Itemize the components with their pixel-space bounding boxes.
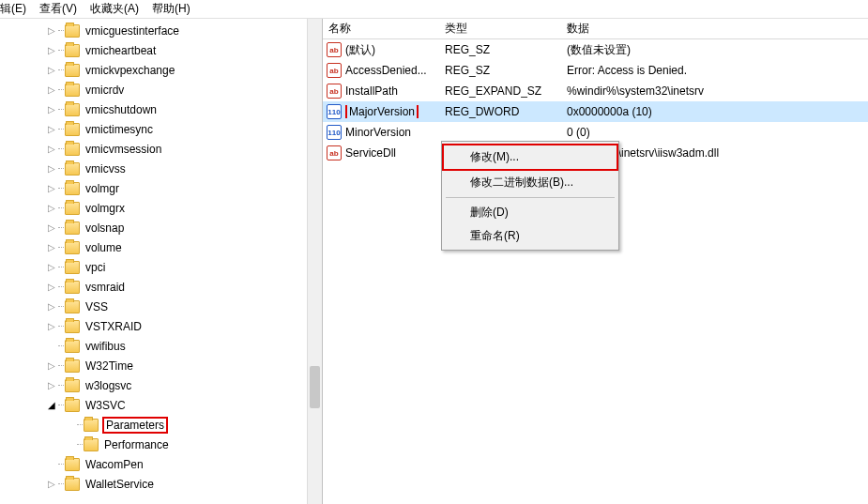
tree-item-label: volsnap <box>84 221 126 236</box>
tree-item-w32time[interactable]: ▷W32Time <box>0 356 322 375</box>
col-header-data[interactable]: 数据 <box>567 21 868 37</box>
menu-edit[interactable]: 辑(E) <box>0 1 26 17</box>
tree-item-label: vmickvpexchange <box>84 63 176 78</box>
tree-item-w3svc[interactable]: ◢W3SVC <box>0 395 322 415</box>
folder-icon <box>65 241 80 254</box>
expander-icon[interactable]: ▷ <box>45 24 58 38</box>
expander-icon[interactable]: ▷ <box>45 221 58 235</box>
tree-item-vmickvpexchange[interactable]: ▷vmickvpexchange <box>0 60 322 80</box>
menu-view[interactable]: 查看(V) <box>39 1 77 17</box>
tree-item-label: vmictimesync <box>84 122 155 137</box>
expander-icon[interactable]: ▷ <box>45 300 58 313</box>
tree-item-vmicguestinterface[interactable]: ▷vmicguestinterface <box>0 21 322 40</box>
tree-item-vwifibus[interactable]: vwifibus <box>0 336 322 356</box>
menu-item-modify-binary[interactable]: 修改二进制数据(B)... <box>444 171 617 194</box>
list-row[interactable]: abInstallPathREG_EXPAND_SZ%windir%\syste… <box>323 81 868 101</box>
tree-scrollbar[interactable] <box>307 19 322 504</box>
folder-icon <box>65 458 80 471</box>
menu-favorites[interactable]: 收藏夹(A) <box>90 1 139 17</box>
expander-icon[interactable]: ▷ <box>45 162 58 176</box>
tree-item-vstxraid[interactable]: ▷VSTXRAID <box>0 316 322 336</box>
tree-item-label: volume <box>84 240 124 255</box>
list-row[interactable]: 110MajorVersionREG_DWORD0x0000000a (10) <box>323 101 868 122</box>
tree-item-volmgrx[interactable]: ▷volmgrx <box>0 198 322 218</box>
folder-icon <box>65 202 80 215</box>
expander-icon[interactable]: ◢ <box>45 399 58 412</box>
folder-icon <box>65 24 80 38</box>
menu-item-modify[interactable]: 修改(M)... <box>442 144 618 171</box>
expander-icon[interactable]: ▷ <box>45 143 58 156</box>
tree-item-wacompen[interactable]: WacomPen <box>0 454 322 474</box>
list-pane: 名称 类型 数据 ab(默认)REG_SZ(数值未设置)abAccessDeni… <box>323 19 868 504</box>
folder-icon <box>84 419 99 432</box>
menubar: 辑(E) 查看(V) 收藏夹(A) 帮助(H) <box>0 0 868 19</box>
binary-value-icon: 110 <box>327 125 342 140</box>
tree-item-label: vmicvmsession <box>84 142 163 157</box>
expander-icon[interactable]: ▷ <box>45 44 58 57</box>
tree-item-volsnap[interactable]: ▷volsnap <box>0 218 322 237</box>
tree-item-label: vmicvss <box>84 161 128 176</box>
cell-name: MajorVersion <box>345 105 445 118</box>
menu-help[interactable]: 帮助(H) <box>152 1 190 17</box>
tree-item-label: Performance <box>102 437 171 452</box>
tree-item-label: W3SVC <box>84 398 128 413</box>
tree-item-label: vmicshutdown <box>84 102 159 117</box>
list-row[interactable]: 110MinorVersion0 (0) <box>323 122 868 143</box>
expander-icon[interactable]: ▷ <box>45 320 58 333</box>
tree-item-parameters[interactable]: Parameters <box>0 415 322 435</box>
string-value-icon: ab <box>327 63 342 78</box>
expander-icon[interactable]: ▷ <box>45 241 58 254</box>
expander-icon[interactable]: ▷ <box>45 359 58 373</box>
tree-item-vmicshutdown[interactable]: ▷vmicshutdown <box>0 99 322 119</box>
tree-item-vmicrdv[interactable]: ▷vmicrdv <box>0 80 322 99</box>
folder-icon <box>65 182 80 195</box>
list-row[interactable]: abAccessDenied...REG_SZError: Access is … <box>323 60 868 81</box>
tree-item-vsmraid[interactable]: ▷vsmraid <box>0 277 322 297</box>
tree-item-vss[interactable]: ▷VSS <box>0 297 322 316</box>
tree-item-volume[interactable]: ▷volume <box>0 237 322 257</box>
tree-item-w3logsvc[interactable]: ▷w3logsvc <box>0 375 322 395</box>
tree-item-label: VSS <box>84 299 110 314</box>
tree-item-vmicheartbeat[interactable]: ▷vmicheartbeat <box>0 40 322 60</box>
tree-item-label: vpci <box>84 260 107 275</box>
list-row[interactable]: ab(默认)REG_SZ(数值未设置) <box>323 39 868 60</box>
folder-icon <box>65 221 80 235</box>
folder-icon <box>65 300 80 313</box>
expander-icon[interactable]: ▷ <box>45 379 58 392</box>
menu-item-delete[interactable]: 删除(D) <box>444 201 617 224</box>
cell-name: (默认) <box>345 42 445 58</box>
string-value-icon: ab <box>327 42 342 57</box>
menu-item-rename[interactable]: 重命名(R) <box>444 224 617 248</box>
folder-icon <box>65 162 80 176</box>
tree-item-label: vmicrdv <box>84 83 126 98</box>
expander-icon[interactable]: ▷ <box>45 103 58 116</box>
cell-name: AccessDenied... <box>345 64 445 77</box>
string-value-icon: ab <box>327 145 342 160</box>
expander-icon[interactable]: ▷ <box>45 64 58 77</box>
col-header-type[interactable]: 类型 <box>445 21 567 37</box>
folder-icon <box>65 399 80 412</box>
tree-item-vmicvss[interactable]: ▷vmicvss <box>0 159 322 178</box>
expander-icon[interactable]: ▷ <box>45 281 58 294</box>
tree-pane: ▷vmicguestinterface▷vmicheartbeat▷vmickv… <box>0 19 323 504</box>
tree-item-vmictimesync[interactable]: ▷vmictimesync <box>0 119 322 139</box>
folder-icon <box>65 478 80 491</box>
expander-icon[interactable]: ▷ <box>45 478 58 491</box>
expander-icon[interactable]: ▷ <box>45 84 58 97</box>
tree-item-performance[interactable]: Performance <box>0 435 322 454</box>
expander-icon[interactable]: ▷ <box>45 123 58 136</box>
tree-item-label: vmicheartbeat <box>84 43 158 58</box>
col-header-name[interactable]: 名称 <box>323 21 445 37</box>
cell-type: REG_SZ <box>445 43 567 56</box>
expander-icon[interactable]: ▷ <box>45 261 58 274</box>
tree-item-volmgr[interactable]: ▷volmgr <box>0 178 322 198</box>
tree-item-vpci[interactable]: ▷vpci <box>0 257 322 277</box>
menu-separator <box>446 197 615 198</box>
expander-icon[interactable]: ▷ <box>45 202 58 215</box>
cell-data: (数值未设置) <box>567 42 868 58</box>
tree-item-label: W32Time <box>84 359 135 374</box>
tree-item-vmicvmsession[interactable]: ▷vmicvmsession <box>0 139 322 159</box>
expander-icon[interactable]: ▷ <box>45 182 58 195</box>
cell-name: InstallPath <box>345 84 445 98</box>
tree-item-walletservice[interactable]: ▷WalletService <box>0 474 322 494</box>
